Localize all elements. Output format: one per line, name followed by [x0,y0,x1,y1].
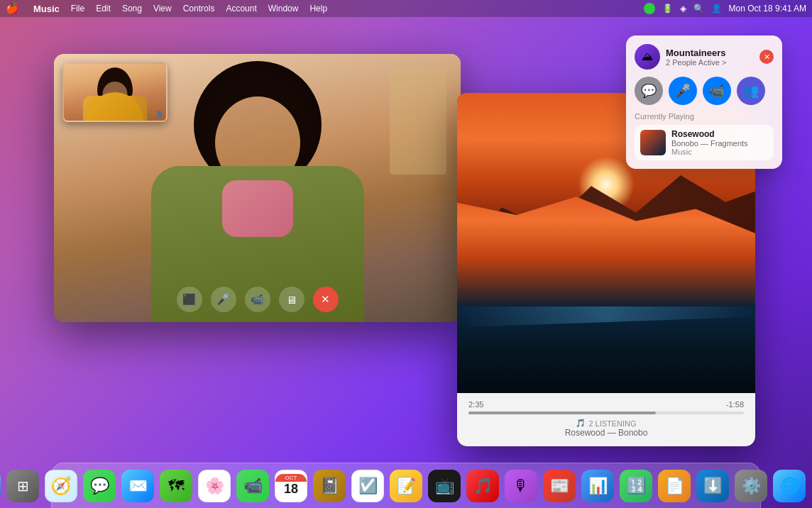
caller-scarf [222,180,293,237]
shareplay-menu-icon[interactable] [644,3,655,14]
camera-action-button[interactable]: 📹 [703,77,731,105]
user-icon: 👤 [711,4,722,13]
dock-item-system-prefs[interactable]: ⚙️ [735,470,767,502]
end-call-button[interactable]: ✕ [313,287,339,312]
datetime: Mon Oct 18 9:41 AM [729,4,806,13]
dock-item-photos[interactable]: 🌸 [198,470,231,502]
now-playing-row: Rosewood Bonobo — Fragments Music [635,125,774,160]
dock-item-notes[interactable]: 📝 [390,470,422,502]
dock-item-news[interactable]: 📰 [543,470,576,502]
menubar-right: 🔋 ◈ 🔍 👤 Mon Oct 18 9:41 AM [644,3,806,14]
people-active[interactable]: 2 People Active > [666,58,754,67]
menubar-controls[interactable]: Controls [183,4,215,13]
dock-item-mail[interactable]: ✉️ [121,470,154,502]
shareplay-icon: 🎵 [576,419,586,428]
dock-item-appstore[interactable]: ⬇️ [696,470,729,502]
dock-item-reminders[interactable]: ☑️ [351,470,384,502]
music-progress-bar[interactable] [468,412,744,414]
apple-menu[interactable]: 🍎 [6,2,19,15]
group-name: Mountaineers [666,48,754,58]
music-time-current: 2:35 [468,400,483,409]
music-listening-info: 🎵 2 LISTENING [468,419,744,428]
dock-item-notes-b[interactable]: 📓 [313,470,346,502]
menubar-view[interactable]: View [153,4,172,13]
menubar-help[interactable]: Help [309,4,327,13]
menubar: 🍎 Music File Edit Song View Controls Acc… [0,0,812,17]
shareplay-title-area: Mountaineers 2 People Active > [666,48,754,67]
dock-item-screentime[interactable]: 🌐 [773,470,806,502]
menubar-left: 🍎 Music File Edit Song View Controls Acc… [6,2,327,15]
dock-item-keynote[interactable]: 📊 [581,470,614,502]
search-icon[interactable]: 🔍 [693,4,704,13]
menubar-edit[interactable]: Edit [96,4,111,13]
album-art-thumbnail [640,130,666,155]
pip-window[interactable]: 👤 [62,62,168,122]
now-playing-info: Rosewood Bonobo — Fragments Music [671,129,748,156]
water-reflection [561,236,618,307]
battery-icon: 🔋 [662,4,673,13]
facetime-main-video: 👤 ⬛ 🎤 📹 🖥 ✕ [54,54,461,322]
ocean-water [457,245,755,398]
mute-button[interactable]: 🎤 [211,287,236,312]
wifi-icon: ◈ [680,4,686,13]
music-song-info: Rosewood — Bonobo [468,428,744,438]
dock-item-podcasts[interactable]: 🎙 [505,470,537,502]
dock-item-pages[interactable]: 📄 [658,470,691,502]
menubar-song[interactable]: Song [122,4,142,13]
dock-item-safari[interactable]: 🧭 [45,470,77,502]
shareplay-close-button[interactable]: ✕ [759,50,774,64]
mic-action-button[interactable]: 🎤 [669,77,697,105]
dock-item-finder[interactable]: 🔵 [0,470,1,502]
menubar-file[interactable]: File [71,4,84,13]
shareplay-action-button[interactable]: 👥 [737,77,765,105]
song-title: Rosewood [671,129,748,139]
shareplay-header: Mountaineers 2 People Active > ✕ [635,44,774,70]
sidebar-toggle-button[interactable]: ⬛ [177,287,202,312]
dock-item-facetime[interactable]: 📹 [236,470,269,502]
message-action-button[interactable]: 💬 [635,77,663,105]
shareplay-popup: Mountaineers 2 People Active > ✕ 💬 🎤 📹 👥… [626,35,782,169]
facetime-controls: ⬛ 🎤 📹 🖥 ✕ [177,287,339,312]
shareplay-actions: 💬 🎤 📹 👥 [635,77,774,105]
menubar-account[interactable]: Account [226,4,256,13]
birds-dots: • • • • [532,261,559,267]
birds-dots-2: • • • • • [576,276,614,280]
dock-container: 🔵 ⊞ 🧭 💬 ✉️ 🗺 🌸 📹 OCT [0,463,812,508]
music-progress-times: 2:35 -1:58 [468,400,744,409]
dock-item-launchpad[interactable]: ⊞ [6,470,39,502]
pip-icon: 👤 [155,111,163,118]
pip-video: 👤 [64,64,166,121]
dock-item-appletv[interactable]: 📺 [428,470,461,502]
screenshare-button[interactable]: 🖥 [279,287,304,312]
dock-item-numbers[interactable]: 🔢 [620,470,652,502]
desktop: 👤 ⬛ 🎤 📹 🖥 ✕ • • [0,17,812,463]
camera-toggle-button[interactable]: 📹 [245,287,270,312]
group-avatar [635,44,660,70]
music-progress-fill [468,412,656,414]
menubar-window[interactable]: Window [268,4,299,13]
pip-body [83,96,147,121]
music-controls-bar: 2:35 -1:58 🎵 2 LISTENING Rosewood — Bono… [457,393,755,446]
song-album-artist: Bonobo — Fragments [671,139,748,148]
dock-item-calendar[interactable]: OCT 18 [275,470,307,502]
dock: 🔵 ⊞ 🧭 💬 ✉️ 🗺 🌸 📹 OCT [51,463,761,508]
listening-count: 2 LISTENING [588,419,636,428]
currently-playing-label: Currently Playing [635,112,774,121]
song-app: Music [671,148,748,156]
facetime-window[interactable]: 👤 ⬛ 🎤 📹 🖥 ✕ [54,54,461,322]
dock-item-music[interactable]: 🎵 [466,470,499,502]
menubar-app-name[interactable]: Music [33,4,60,14]
dock-item-maps[interactable]: 🗺 [160,470,192,502]
room-lamp [390,68,446,175]
music-time-remaining: -1:58 [726,400,744,409]
pip-face [103,82,128,106]
dock-item-messages[interactable]: 💬 [83,470,116,502]
